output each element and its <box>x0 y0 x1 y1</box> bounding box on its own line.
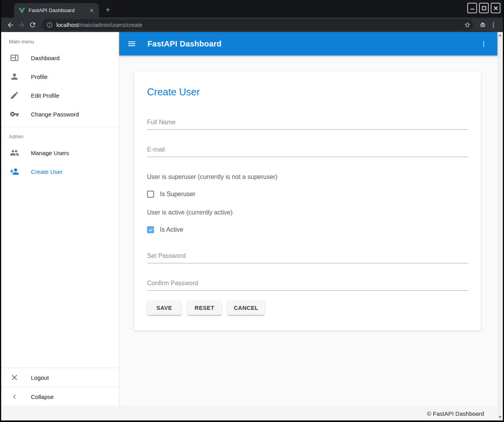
main-area: FastAPI Dashboard Create User <box>119 32 497 406</box>
window-controls <box>467 3 500 13</box>
app-bar: FastAPI Dashboard <box>119 32 497 55</box>
confirm-password-field-wrapper <box>147 280 468 291</box>
email-field-wrapper <box>147 146 468 157</box>
close-window-button[interactable] <box>491 3 500 13</box>
bookmark-star-icon[interactable] <box>464 21 471 28</box>
back-icon[interactable] <box>5 20 16 30</box>
superuser-checkbox-row[interactable]: Is Superuser <box>147 191 468 198</box>
full-name-input[interactable] <box>147 119 468 130</box>
app-title: FastAPI Dashboard <box>147 39 222 48</box>
person-icon <box>10 72 19 81</box>
set-password-input[interactable] <box>147 252 468 263</box>
sidebar-item-label: Collapse <box>31 393 54 400</box>
page-viewport: Main menu Dashboard Profile <box>1 32 503 420</box>
full-name-field-wrapper <box>147 119 468 130</box>
active-hint: User is active (currently active) <box>147 209 468 216</box>
superuser-checkbox[interactable] <box>147 191 154 198</box>
footer-text: © FastAPI Dashboard <box>427 410 484 417</box>
email-input[interactable] <box>147 146 468 157</box>
sidebar-item-label: Create User <box>31 168 63 175</box>
form-actions: SAVE RESET CANCEL <box>147 301 468 315</box>
sidebar-item-label: Edit Profile <box>31 92 59 99</box>
tab-close-icon[interactable]: ✕ <box>88 7 95 14</box>
web-icon <box>10 53 19 63</box>
content-area: Create User User is superuser (currently… <box>119 55 497 406</box>
url-text: localhost/main/admin/users/create <box>56 22 461 28</box>
set-password-field-wrapper <box>147 252 468 263</box>
active-checkbox[interactable] <box>147 226 154 233</box>
url-host: localhost <box>56 22 79 28</box>
cancel-button[interactable]: CANCEL <box>228 301 265 315</box>
address-bar[interactable]: localhost/main/admin/users/create <box>42 19 473 30</box>
url-path: /main/admin/users/create <box>79 22 142 28</box>
sidebar-item-label: Dashboard <box>31 55 59 61</box>
sidebar-item-change-password[interactable]: Change Password <box>1 105 119 123</box>
browser-toolbar: localhost/main/admin/users/create <box>1 18 503 32</box>
sidebar-item-logout[interactable]: Logout <box>1 368 119 387</box>
superuser-hint: User is superuser (currently is not a su… <box>147 173 468 181</box>
reload-icon[interactable] <box>27 20 38 30</box>
appbar-menu-icon[interactable] <box>478 38 490 50</box>
sidebar-section-header: Admin <box>1 127 119 143</box>
site-info-icon[interactable] <box>47 22 53 28</box>
hamburger-menu-icon[interactable] <box>127 39 136 48</box>
sidebar-item-label: Manage Users <box>31 150 69 156</box>
sidebar-item-edit-profile[interactable]: Edit Profile <box>1 86 119 105</box>
vue-logo-icon <box>19 8 25 13</box>
browser-tab[interactable]: FastAPI Dashboard ✕ <box>14 3 99 18</box>
active-checkbox-label: Is Active <box>160 226 183 233</box>
sidebar-item-manage-users[interactable]: Manage Users <box>1 143 119 162</box>
close-icon <box>10 373 19 382</box>
sidebar-item-label: Profile <box>31 73 48 80</box>
save-button[interactable]: SAVE <box>147 301 181 315</box>
new-tab-button[interactable]: + <box>103 5 113 15</box>
sidebar-item-collapse[interactable]: Collapse <box>1 387 119 406</box>
minimize-button[interactable] <box>467 3 477 13</box>
browser-window: FastAPI Dashboard ✕ + <box>0 0 504 422</box>
sidebar-item-create-user[interactable]: Create User <box>1 162 119 181</box>
sidebar-item-dashboard[interactable]: Dashboard <box>1 48 119 67</box>
create-user-card: Create User User is superuser (currently… <box>134 72 481 331</box>
scroll-down-icon[interactable] <box>499 416 502 418</box>
maximize-button[interactable] <box>479 3 489 13</box>
sidebar-item-profile[interactable]: Profile <box>1 67 119 86</box>
superuser-checkbox-label: Is Superuser <box>160 191 196 198</box>
incognito-icon <box>477 20 488 30</box>
tab-strip: FastAPI Dashboard ✕ + <box>1 0 503 18</box>
active-checkbox-row[interactable]: Is Active <box>147 226 468 233</box>
people-icon <box>10 148 19 157</box>
key-icon <box>10 109 19 119</box>
tab-title: FastAPI Dashboard <box>29 7 84 13</box>
page-footer: © FastAPI Dashboard <box>1 406 497 420</box>
scroll-up-icon[interactable] <box>499 34 502 36</box>
sidebar-bottom: Logout Collapse <box>1 368 119 406</box>
sidebar-item-label: Change Password <box>31 111 79 118</box>
sidebar-item-label: Logout <box>31 374 49 381</box>
pencil-icon <box>10 91 19 100</box>
scrollbar[interactable] <box>497 32 503 420</box>
reset-button[interactable]: RESET <box>187 301 222 315</box>
page-title: Create User <box>147 86 468 98</box>
forward-icon[interactable] <box>16 20 27 30</box>
person-add-icon <box>10 167 19 176</box>
confirm-password-input[interactable] <box>147 280 468 291</box>
browser-menu-icon[interactable] <box>488 20 499 30</box>
sidebar-section-header: Main menu <box>1 32 119 48</box>
chevron-left-icon <box>10 392 19 401</box>
sidebar: Main menu Dashboard Profile <box>1 32 119 406</box>
